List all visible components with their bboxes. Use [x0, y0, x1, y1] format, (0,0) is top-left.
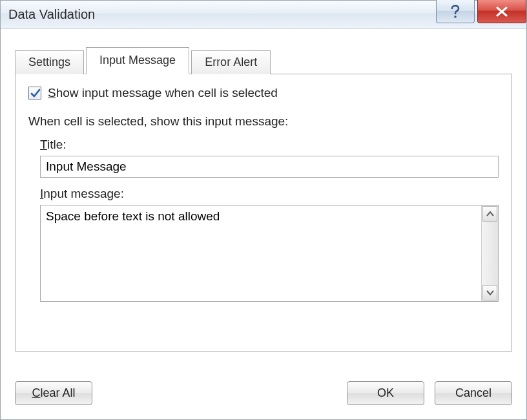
chevron-up-icon [486, 211, 494, 217]
help-button[interactable] [436, 0, 475, 23]
title-field-block: Title: [40, 138, 499, 178]
ok-button[interactable]: OK [347, 381, 424, 405]
check-icon [30, 88, 41, 100]
dialog-window: Data Validation Settings Input Message E… [0, 0, 527, 420]
message-textarea[interactable] [41, 205, 481, 301]
message-field-block: Input message: [40, 187, 499, 302]
vertical-scrollbar[interactable] [481, 205, 498, 301]
tab-settings[interactable]: Settings [15, 50, 84, 74]
ok-cancel-group: OK Cancel [347, 381, 512, 405]
section-heading: When cell is selected, show this input m… [28, 114, 499, 129]
tab-panel: Show input message when cell is selected… [15, 74, 512, 352]
show-message-checkbox-label: Show input message when cell is selected [48, 86, 278, 100]
chevron-down-icon [486, 289, 494, 296]
tab-strip: Settings Input Message Error Alert [15, 48, 512, 74]
scroll-up-button[interactable] [482, 206, 497, 222]
close-icon [495, 6, 509, 17]
help-icon [450, 5, 461, 19]
title-input[interactable] [40, 156, 499, 178]
titlebar: Data Validation [1, 1, 526, 29]
titlebar-buttons [433, 0, 526, 23]
dialog-content: Settings Input Message Error Alert Show … [1, 29, 526, 366]
show-message-checkbox[interactable] [28, 87, 41, 100]
tab-input-message[interactable]: Input Message [86, 47, 189, 74]
close-button[interactable] [477, 0, 526, 23]
show-message-checkbox-row: Show input message when cell is selected [28, 86, 499, 100]
scroll-down-button[interactable] [482, 285, 497, 300]
message-textarea-wrap [40, 205, 499, 302]
tab-error-alert[interactable]: Error Alert [191, 50, 271, 74]
window-title: Data Validation [8, 7, 95, 22]
cancel-button[interactable]: Cancel [435, 381, 512, 405]
dialog-footer: Clear All OK Cancel [15, 381, 512, 405]
title-label: Title: [40, 138, 499, 152]
svg-point-0 [454, 16, 457, 18]
clear-all-button[interactable]: Clear All [15, 381, 92, 405]
message-label: Input message: [40, 187, 499, 201]
